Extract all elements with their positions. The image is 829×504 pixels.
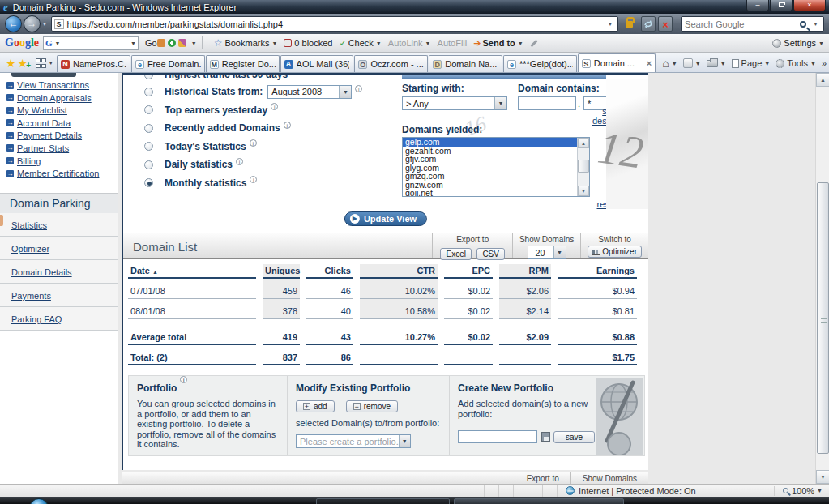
scroll-down-icon[interactable]: ▼ (578, 186, 589, 196)
minimize-button[interactable]: – (746, 0, 769, 11)
sidebar-link-partner-stats[interactable]: →Partner Stats (6, 143, 99, 153)
page-menu[interactable]: Page▼ (732, 58, 771, 68)
listbox-item[interactable]: gfjv.com (403, 155, 577, 164)
column-header-rpm[interactable]: RPM (499, 264, 551, 279)
zoom-control[interactable]: 100% ▼ (774, 486, 829, 496)
sidebar-item-statistics[interactable]: Statistics (0, 213, 118, 237)
popup-blocker-button[interactable]: 0 blocked (284, 38, 332, 48)
recent-pages-dropdown[interactable]: ▼ (42, 21, 48, 27)
settings-button[interactable]: Settings▼ (772, 38, 824, 48)
tab-gelp[interactable]: e ***Gelp(dot)... (503, 55, 577, 72)
sendto-button[interactable]: ➔ Send to▼ (473, 38, 523, 49)
toolbar-overflow-button[interactable]: » (822, 58, 827, 68)
print-dropdown[interactable]: ▼ (720, 61, 726, 66)
home-icon[interactable]: ⌂ (662, 57, 669, 70)
refresh-button[interactable] (641, 16, 656, 32)
update-view-button[interactable]: ▶ Update View (344, 211, 427, 226)
go-dropdown[interactable]: ▼ (191, 41, 197, 46)
search-box[interactable]: ▼ (681, 16, 824, 32)
chevron-down-icon[interactable]: ▼ (553, 246, 566, 258)
bookmarks-dropdown[interactable]: ▼ (271, 41, 277, 46)
sidebar-link-view-transactions[interactable]: →View Transactions (6, 80, 99, 90)
scroll-thumb[interactable] (817, 182, 829, 454)
close-button[interactable]: × (793, 0, 826, 11)
excel-button[interactable]: Excel (440, 248, 471, 260)
column-header-uniques[interactable]: Uniques (263, 264, 300, 279)
tab-oczr[interactable]: O Oczr.com - ... (354, 55, 428, 72)
sidebar-link-domain-appraisals[interactable]: →Domain Appraisals (6, 93, 99, 103)
taskbar-button[interactable] (454, 498, 624, 504)
restore-button[interactable] (770, 0, 793, 11)
chevron-down-icon[interactable]: ▼ (339, 86, 351, 98)
scroll-down-icon[interactable]: ▼ (816, 470, 829, 484)
bookmarks-button[interactable]: ☆ Bookmarks▼ (214, 37, 278, 49)
item-label[interactable]: Payments (11, 291, 51, 301)
link-label[interactable]: Member Certification (17, 169, 99, 178)
link-label[interactable]: Partner Stats (17, 143, 69, 153)
sidebar-link-my-watchlist[interactable]: →My Watchlist (6, 105, 99, 115)
radio-monthly-statistics[interactable] (144, 178, 153, 187)
show-domains-select[interactable]: 20 ▼ (528, 246, 566, 259)
tab-free-domain[interactable]: e Free Domain... (131, 55, 205, 72)
taskbar-button[interactable] (316, 498, 450, 504)
address-history-dropdown[interactable]: ▼ (606, 21, 615, 27)
info-icon[interactable]: i (250, 139, 257, 147)
radio-todays-statistics[interactable] (144, 142, 153, 151)
sidebar-link-payment-details[interactable]: →Payment Details (6, 130, 99, 140)
start-button[interactable] (29, 498, 49, 504)
info-icon[interactable]: i (355, 85, 362, 92)
sendto-dropdown[interactable]: ▼ (518, 41, 523, 46)
radio-highest-traffic[interactable] (144, 75, 153, 79)
sidebar-item-payments[interactable]: Payments (0, 284, 118, 307)
check-dropdown[interactable]: ▼ (376, 41, 382, 46)
scroll-up-icon[interactable]: ▲ (578, 138, 589, 148)
scroll-thumb[interactable] (578, 160, 589, 173)
sidebar-item-domain-details[interactable]: Domain Details (0, 260, 118, 284)
tools-menu[interactable]: Tools▼ (776, 58, 816, 68)
domains-yielded-listbox[interactable]: gelp.com gezahlt.com gfjv.com glyg.com g… (402, 137, 590, 197)
address-bar[interactable]: S https://sedo.com/member/parkingstats/d… (51, 16, 618, 32)
link-label[interactable]: Billing (17, 156, 41, 166)
sidebar-link-billing[interactable]: →Billing (6, 156, 99, 166)
link-label[interactable]: View Transactions (17, 80, 89, 90)
autofill-button[interactable]: AutoFill (438, 38, 468, 48)
item-label[interactable]: Optimizer (11, 244, 49, 254)
settings-dropdown[interactable]: ▼ (818, 41, 824, 46)
csv-button[interactable]: CSV (476, 248, 505, 260)
sidebar-link-account-data[interactable]: →Account Data (6, 118, 99, 128)
search-options-dropdown[interactable]: ▼ (811, 21, 820, 27)
feeds-icon[interactable] (683, 58, 693, 68)
info-icon[interactable]: i (236, 158, 243, 165)
tab-aol-mail[interactable]: A AOL Mail (36) (280, 55, 354, 72)
chevron-down-icon[interactable]: ▼ (494, 97, 506, 109)
quick-tabs-button[interactable] (36, 58, 46, 68)
back-button[interactable]: ← (5, 15, 22, 32)
column-header-date[interactable]: Date ▲ (128, 264, 256, 279)
url-text[interactable]: https://sedo.com/member/parkingstats/dom… (67, 19, 606, 29)
listbox-item[interactable]: gmzq.com (403, 172, 577, 181)
portfolio-select[interactable]: Please create a portfolio... ▼ (296, 434, 411, 448)
listbox-scrollbar[interactable]: ▲ ▼ (577, 138, 589, 196)
google-search-combo[interactable]: G ▼ ▼ (43, 36, 139, 50)
column-header-earnings[interactable]: Earnings (558, 264, 637, 279)
info-icon[interactable]: i (271, 103, 278, 110)
go-button[interactable]: Go ▼ (145, 38, 197, 48)
column-header-epc[interactable]: EPC (444, 264, 493, 279)
starting-with-select[interactable]: > Any ▼ (402, 96, 507, 110)
search-icon[interactable] (800, 21, 806, 28)
link-label[interactable]: Domain Appraisals (17, 93, 92, 103)
info-icon[interactable]: i (250, 176, 257, 183)
info-icon[interactable]: i (180, 376, 187, 383)
domain-contains-input[interactable] (518, 96, 576, 110)
tab-domain-active[interactable]: S Domain ... × (578, 53, 656, 72)
item-label[interactable]: Domain Details (11, 267, 72, 277)
link-label[interactable]: Payment Details (17, 130, 82, 140)
save-button[interactable]: save (553, 431, 595, 443)
radio-historical-stats[interactable] (144, 88, 153, 96)
link-label[interactable]: Account Data (17, 118, 71, 128)
g-modes-dropdown[interactable]: ▼ (55, 41, 61, 46)
autolink-dropdown[interactable]: ▼ (425, 41, 431, 46)
zoom-dropdown[interactable]: ▼ (817, 488, 823, 493)
optimizer-button[interactable]: Optimizer (588, 246, 642, 258)
sidebar-item-parking-faq[interactable]: Parking FAQ (0, 307, 118, 331)
